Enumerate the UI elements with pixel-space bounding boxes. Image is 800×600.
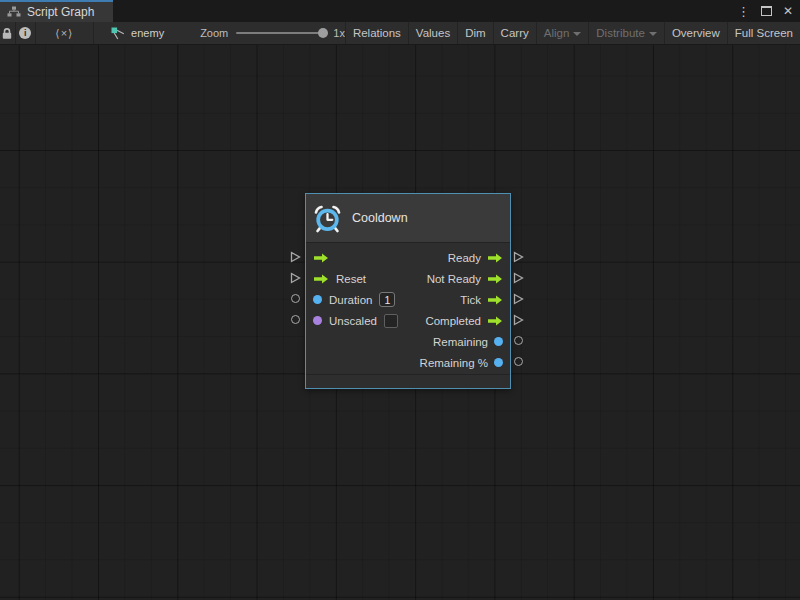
port-label-duration: Duration: [329, 294, 372, 306]
toolbar-right-buttons: Relations Values Dim Carry Align Distrib…: [345, 22, 800, 44]
align-button-label: Align: [544, 27, 570, 39]
port-label-not-ready: Not Ready: [427, 273, 481, 285]
values-button[interactable]: Values: [408, 22, 457, 44]
overview-button-label: Overview: [672, 27, 720, 39]
full-screen-button-label: Full Screen: [735, 27, 793, 39]
flow-input-port-icon[interactable]: [313, 274, 329, 284]
chevron-down-icon: [573, 32, 581, 36]
lock-icon: [1, 27, 13, 40]
zoom-slider-track[interactable]: [236, 32, 324, 34]
carry-button[interactable]: Carry: [493, 22, 536, 44]
value-input-port-icon[interactable]: [313, 316, 322, 325]
lock-button[interactable]: [0, 22, 16, 44]
external-value-port-icon[interactable]: [514, 336, 523, 345]
zoom-slider-handle[interactable]: [318, 28, 328, 38]
close-icon[interactable]: ✕: [783, 5, 793, 17]
graph-toolbar: i ⟨×⟩ enemy Zoom 1x Relations Values Dim: [0, 22, 800, 45]
external-value-port-icon[interactable]: [291, 315, 300, 324]
distribute-button-label: Distribute: [596, 27, 645, 39]
flow-output-port-icon[interactable]: [487, 274, 503, 284]
dim-button-label: Dim: [465, 27, 485, 39]
port-label-unscaled: Unscaled: [329, 315, 377, 327]
port-label-reset: Reset: [336, 273, 366, 285]
unscaled-checkbox[interactable]: [384, 314, 398, 328]
tab-label: Script Graph: [27, 5, 94, 19]
breadcrumb-label: enemy: [131, 27, 164, 39]
external-value-port-icon[interactable]: [514, 357, 523, 366]
port-label-ready: Ready: [448, 252, 481, 264]
duration-value-field[interactable]: [379, 292, 395, 307]
maximize-icon[interactable]: [761, 6, 772, 16]
graph-hierarchy-icon: [7, 6, 21, 18]
script-graph-asset-icon: [111, 27, 126, 40]
flow-output-port-icon[interactable]: [487, 316, 503, 326]
zoom-control: Zoom 1x: [200, 22, 345, 44]
port-row: Remaining: [306, 331, 510, 352]
cooldown-node[interactable]: Cooldown Ready: [305, 193, 511, 389]
overview-button[interactable]: Overview: [664, 22, 727, 44]
port-label-remaining: Remaining: [433, 336, 488, 348]
cooldown-node-header[interactable]: Cooldown: [306, 194, 510, 243]
external-flow-port-icon[interactable]: [290, 251, 301, 263]
zoom-value: 1x: [333, 27, 345, 39]
port-label-tick: Tick: [460, 294, 481, 306]
flow-output-port-icon[interactable]: [487, 295, 503, 305]
breadcrumb[interactable]: enemy: [111, 22, 164, 44]
chevron-down-icon: [649, 32, 657, 36]
dim-button[interactable]: Dim: [457, 22, 492, 44]
code-view-toggle-button[interactable]: ⟨×⟩: [36, 22, 94, 44]
inspector-toggle-button[interactable]: i: [16, 22, 36, 44]
window-controls: ⋮ ✕: [737, 0, 793, 22]
external-flow-port-icon[interactable]: [290, 272, 301, 284]
port-label-remaining-percent: Remaining %: [420, 357, 488, 369]
value-input-port-icon[interactable]: [313, 295, 322, 304]
info-icon: i: [19, 27, 31, 39]
external-flow-port-icon[interactable]: [513, 251, 524, 263]
flow-input-port-icon[interactable]: [313, 253, 329, 263]
flow-output-port-icon[interactable]: [487, 253, 503, 263]
distribute-dropdown-button: Distribute: [588, 22, 664, 44]
window-menu-icon[interactable]: ⋮: [737, 5, 750, 18]
value-output-port-icon[interactable]: [494, 337, 503, 346]
external-flow-port-icon[interactable]: [513, 314, 524, 326]
port-row: Duration Tick: [306, 289, 510, 310]
tab-script-graph[interactable]: Script Graph: [0, 0, 113, 22]
zoom-label: Zoom: [200, 27, 228, 39]
port-row: Ready: [306, 247, 510, 268]
port-row: Unscaled Completed: [306, 310, 510, 331]
carry-button-label: Carry: [501, 27, 529, 39]
external-value-port-icon[interactable]: [291, 294, 300, 303]
node-port-rows: Ready Reset Not Ready: [306, 243, 510, 373]
values-button-label: Values: [416, 27, 450, 39]
node-title: Cooldown: [352, 211, 408, 225]
relations-button-label: Relations: [353, 27, 401, 39]
port-row: Reset Not Ready: [306, 268, 510, 289]
port-row: Remaining %: [306, 352, 510, 373]
code-brackets-icon: ⟨×⟩: [55, 27, 73, 40]
graph-canvas[interactable]: Cooldown Ready: [0, 45, 800, 600]
external-flow-port-icon[interactable]: [513, 293, 524, 305]
value-output-port-icon[interactable]: [494, 358, 503, 367]
window-tab-bar: Script Graph ⋮ ✕: [0, 0, 800, 22]
node-footer: [306, 374, 510, 388]
relations-button[interactable]: Relations: [345, 22, 408, 44]
external-flow-port-icon[interactable]: [513, 272, 524, 284]
align-dropdown-button: Align: [536, 22, 589, 44]
alarm-clock-icon: [313, 204, 342, 233]
full-screen-button[interactable]: Full Screen: [727, 22, 800, 44]
port-label-completed: Completed: [425, 315, 481, 327]
